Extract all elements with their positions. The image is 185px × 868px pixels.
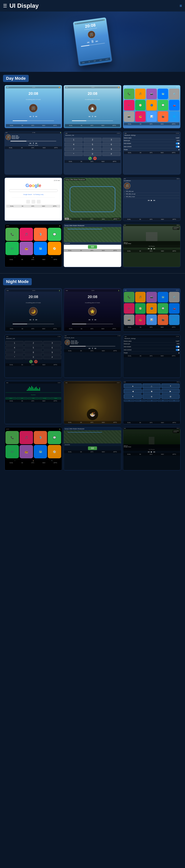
bt-play[interactable]: ⏸ xyxy=(32,142,34,144)
ncpn-dual[interactable]: DUAL xyxy=(10,462,13,463)
app-carbt[interactable]: 🚗 xyxy=(169,100,180,111)
nbtcn-dual[interactable]: DUAL xyxy=(10,364,13,365)
gn-gps[interactable]: GPS xyxy=(31,206,34,207)
nn-gps[interactable]: GPS xyxy=(90,250,93,251)
next-2[interactable]: ⏭ xyxy=(95,115,97,118)
rcn-gps[interactable]: GPS xyxy=(150,422,153,423)
napp-music[interactable]: 🎵 xyxy=(135,292,146,302)
soc-prev[interactable]: ⏮ xyxy=(148,199,150,202)
nbtcn-apps[interactable]: APPS xyxy=(54,364,57,365)
mn-sk[interactable]: SK xyxy=(80,218,82,220)
hamburger-icon[interactable]: ≡ xyxy=(180,3,182,8)
btsn-sk[interactable]: SK xyxy=(140,152,141,153)
nhn-navi[interactable]: NAVI xyxy=(161,327,164,328)
socn-sk[interactable]: SK xyxy=(139,219,141,220)
nav-sk[interactable]: SK xyxy=(88,61,90,62)
btmn-apps[interactable]: APPS xyxy=(54,147,58,148)
napp-radio[interactable]: 📻 xyxy=(135,314,146,325)
cp-spotify2[interactable]: 🎶 xyxy=(5,242,19,255)
auto-answer-toggle[interactable] xyxy=(176,143,180,145)
nbtsn-apps[interactable]: APPS xyxy=(172,355,175,356)
nm2-prev[interactable]: ⏮ xyxy=(88,319,90,321)
rn-navi[interactable]: NAVI xyxy=(161,250,164,252)
bn-apps-2[interactable]: APPS xyxy=(112,125,116,126)
cp-icon-1[interactable]: 📱 xyxy=(14,257,16,258)
prev-1[interactable]: ⏮ xyxy=(29,115,31,118)
napp-wechat[interactable]: 💬 xyxy=(158,303,168,314)
rcn-dual[interactable]: DUAL xyxy=(127,422,131,423)
rc-center[interactable]: ◉ xyxy=(142,389,161,394)
eqn-dual[interactable]: DUAL xyxy=(10,400,13,402)
num-2[interactable]: 2 xyxy=(83,138,102,142)
nm2n-sk[interactable]: SK xyxy=(81,328,82,329)
play-1[interactable]: ⏸ xyxy=(32,115,34,118)
hbn-navi[interactable]: NAVI xyxy=(161,123,164,125)
cpn-navi[interactable]: NAVI xyxy=(42,259,45,260)
song-item-1[interactable]: 🎵 华乐_对比.mp3 xyxy=(124,190,180,193)
play-2[interactable]: ⏸ xyxy=(91,115,94,118)
num-hash[interactable]: # xyxy=(102,152,121,156)
ncpn-navi[interactable]: NAVI xyxy=(42,462,45,463)
nm2n-gps[interactable]: GPS xyxy=(90,328,93,329)
nnavin-apps[interactable]: APPS xyxy=(113,451,117,453)
nbtcn-navi[interactable]: NAVI xyxy=(42,364,45,365)
rcb-5[interactable]: F5 xyxy=(169,400,180,402)
eq-jazz[interactable]: JAZZ xyxy=(28,397,39,400)
nm1n-sk[interactable]: SK xyxy=(22,328,23,329)
rcb-2[interactable]: F2 xyxy=(135,400,146,402)
napp-maps[interactable]: 🗺️ xyxy=(158,292,168,302)
nav-gps[interactable]: GPS xyxy=(94,60,96,62)
ncpn-sk[interactable]: SK xyxy=(21,462,23,463)
num-5[interactable]: 5 xyxy=(83,143,102,147)
app-settings-icon[interactable]: ⚙️ xyxy=(169,89,180,99)
shortcut-3[interactable] xyxy=(37,200,41,204)
ncp-icon-2[interactable]: 🏠 xyxy=(33,460,34,461)
bn-dual-1[interactable]: DUAL xyxy=(10,125,14,126)
num-star[interactable]: * xyxy=(64,152,83,156)
nhn-sk[interactable]: SK xyxy=(140,327,141,328)
nm1-play[interactable]: ⏸ xyxy=(32,319,34,321)
btmn-navi[interactable]: NAVI xyxy=(43,147,46,148)
btmn-sk[interactable]: SK xyxy=(21,147,23,148)
app-maps[interactable]: 🗺️ xyxy=(158,89,168,99)
nbtmn-sk[interactable]: SK xyxy=(80,350,82,351)
eqn-apps[interactable]: APPS xyxy=(54,400,57,402)
napp-phone[interactable]: 📞 xyxy=(124,292,134,302)
btsn-dual[interactable]: DUAL xyxy=(128,152,131,153)
napp-photos[interactable]: 📷 xyxy=(146,292,157,302)
napp-navi[interactable]: 🧭 xyxy=(135,303,146,314)
mn-navi[interactable]: NAVI xyxy=(102,218,105,220)
bn-gps-1[interactable]: GPS xyxy=(31,125,34,126)
nm1-prev[interactable]: ⏮ xyxy=(29,319,31,321)
soc-next[interactable]: ⏭ xyxy=(154,199,155,202)
rn-sk[interactable]: SK xyxy=(139,250,141,252)
cp-podcast2[interactable]: 📻 xyxy=(20,242,33,255)
num-7[interactable]: 7 xyxy=(64,147,83,151)
bn-navi-1[interactable]: NAVI xyxy=(42,125,45,126)
nbtmn-dual[interactable]: DUAL xyxy=(68,350,72,351)
mn-gps[interactable]: GPS xyxy=(90,218,93,220)
nbtm-next[interactable]: ⏭ xyxy=(95,347,97,349)
ncp-icon-1[interactable]: 📱 xyxy=(14,460,16,461)
cpn-sk[interactable]: SK xyxy=(21,259,23,260)
btmn-gps[interactable]: GPS xyxy=(31,147,34,148)
cp-podcast[interactable]: 🎙️ xyxy=(34,228,47,241)
btsn-navi[interactable]: NAVI xyxy=(161,152,164,153)
cpn-gps[interactable]: GPS xyxy=(31,259,34,260)
btsn-apps[interactable]: APPS xyxy=(172,152,175,153)
cp-messages[interactable]: 💬 xyxy=(48,228,61,241)
nm1n-gps[interactable]: GPS xyxy=(31,328,34,329)
nbtsn-sk[interactable]: SK xyxy=(140,355,141,356)
google-lucky-btn[interactable]: I'm Feeling Lucky xyxy=(33,194,44,195)
hbn-dual[interactable]: DUAL xyxy=(128,123,131,125)
ncp-waze[interactable]: 🧭 xyxy=(48,445,61,458)
nnum-star[interactable]: * xyxy=(5,355,24,359)
nrnpn-dual[interactable]: DUAL xyxy=(127,454,131,455)
nm2n-dual[interactable]: DUAL xyxy=(69,328,73,329)
app-music-icon[interactable]: 🎵 xyxy=(135,89,146,99)
nnavin-navi[interactable]: NAVI xyxy=(102,451,105,453)
rcb-4[interactable]: F4 xyxy=(157,400,168,402)
hbn-sk[interactable]: SK xyxy=(140,123,141,125)
nnum-2[interactable]: 2 xyxy=(24,341,43,345)
hero-prev-btn[interactable]: ⏮ xyxy=(87,40,90,44)
